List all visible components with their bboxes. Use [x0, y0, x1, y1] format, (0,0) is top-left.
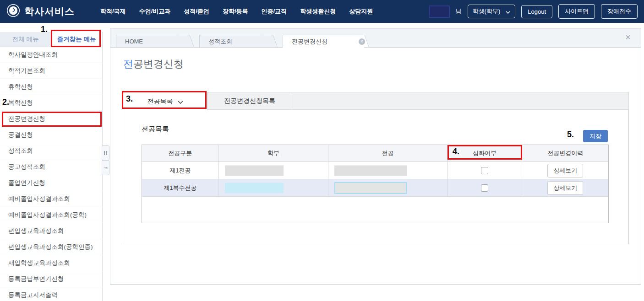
detail-view-button[interactable]: 상세보기	[547, 181, 583, 195]
faculty-value-redacted	[225, 183, 284, 193]
major-value-redacted	[334, 182, 407, 194]
faculty-value-redacted	[225, 165, 284, 176]
content-tabbar: HOME 성적조회 전공변경신청 × ×	[110, 29, 641, 48]
col-header-major: 전공	[328, 145, 447, 162]
top-navbar: 학사서비스 학적/국제 수업/비교과 성적/졸업 장학/등록 인증/교직 학생생…	[0, 0, 644, 23]
page-title-rest: 공변경신청	[133, 58, 184, 70]
cell-major	[328, 162, 447, 179]
cell-faculty	[219, 179, 329, 197]
nav-item-student-life[interactable]: 학생생활신청	[300, 7, 336, 16]
sidebar-item[interactable]: 복학신청	[0, 95, 102, 111]
tab-all-menu[interactable]: 전체 메뉴	[0, 32, 51, 47]
sidebar-item[interactable]: 공고성적조회	[0, 159, 102, 175]
sidebar-item-major-change[interactable]: 전공변경신청	[0, 111, 102, 127]
sidebar-item[interactable]: 예비졸업사정결과조회	[0, 191, 102, 207]
app-title: 학사서비스	[24, 5, 75, 18]
col-header-major-type: 전공구분	[142, 145, 219, 162]
tab-grade-inquiry[interactable]: 성적조회	[199, 35, 273, 48]
col-header-intensive: 심화여부	[448, 145, 523, 162]
collapse-arrow-icon: ⇥	[104, 165, 107, 170]
major-list-panel: 전공목록 저장 전공구분 학부 전공 심화여부 전공변경이력 제1전공 상세보기	[123, 109, 629, 244]
role-select-value: 학생(학부)	[473, 7, 501, 16]
user-suffix: 님	[456, 7, 462, 16]
save-button[interactable]: 저장	[583, 130, 608, 142]
cell-major	[328, 179, 447, 197]
detail-view-button[interactable]: 상세보기	[547, 164, 583, 177]
table-empty-area	[142, 197, 608, 223]
sidebar-item[interactable]: 공결신청	[0, 127, 102, 143]
tab-major-change[interactable]: 전공변경신청 ×	[283, 35, 364, 48]
nav-item-grades-graduation[interactable]: 성적/졸업	[184, 7, 209, 16]
sitemap-button[interactable]: 사이트맵	[558, 4, 595, 19]
cell-intensive	[448, 179, 523, 197]
sidebar-item[interactable]: 등록금고지서출력	[0, 287, 102, 301]
logout-button[interactable]: Logout	[521, 5, 552, 18]
sidebar-item[interactable]: 편입생교육과정조회	[0, 223, 102, 239]
cell-major-type: 제1전공	[142, 162, 219, 179]
sidebar-item[interactable]: 학적기본조회	[0, 63, 102, 79]
tab-major-change-label: 전공변경신청	[292, 38, 327, 45]
cell-faculty	[219, 162, 329, 179]
global-nav: 학적/국제 수업/비교과 성적/졸업 장학/등록 인증/교직 학생생활신청 상담…	[100, 7, 373, 16]
major-value-redacted	[334, 165, 407, 176]
sidebar-resize-handle[interactable]	[102, 145, 109, 161]
table-row: 제1전공 상세보기	[142, 162, 608, 179]
table-header-row: 전공구분 학부 전공 심화여부 전공변경이력	[142, 145, 608, 162]
inner-tabbar: 전공목록 전공변경신청목록	[123, 92, 629, 109]
tab-close-icon[interactable]: ×	[359, 38, 365, 45]
sidebar: 전체 메뉴 즐겨찾는 메뉴 학사일정안내조회 학적기본조회 휴학신청 복학신청 …	[0, 32, 103, 301]
sidebar-collapse-button[interactable]: ⇥	[102, 160, 109, 175]
tab-major-list[interactable]: 전공목록	[123, 92, 207, 110]
topbar-right: 님 학생(학부) Logout 사이트맵 장애접수	[429, 4, 638, 19]
sidebar-item[interactable]: 휴학신청	[0, 79, 102, 95]
main-content: HOME 성적조회 전공변경신청 × × 전공변경신청 전공목록 전공변경신청목…	[110, 28, 641, 285]
sidebar-item[interactable]: 재입학생교육과정조회	[0, 255, 102, 271]
username-redacted	[429, 5, 450, 18]
sidebar-item[interactable]: 학사일정안내조회	[0, 47, 102, 63]
sidebar-item[interactable]: 졸업연기신청	[0, 175, 102, 191]
section-title: 전공목록	[142, 125, 169, 134]
nav-item-counseling[interactable]: 상담지원	[349, 7, 373, 16]
page-title-accent: 전	[123, 58, 133, 70]
app-root: 학사서비스 학적/국제 수업/비교과 성적/졸업 장학/등록 인증/교직 학생생…	[0, 0, 644, 301]
sidebar-menu: 학사일정안내조회 학적기본조회 휴학신청 복학신청 전공변경신청 공결신청 성적…	[0, 47, 102, 301]
chevron-down-icon	[506, 8, 510, 15]
major-table: 전공구분 학부 전공 심화여부 전공변경이력 제1전공 상세보기 제1복수전공	[142, 145, 609, 223]
table-row: 제1복수전공 상세보기	[142, 179, 608, 197]
support-button[interactable]: 장애접수	[601, 4, 638, 19]
col-header-change-history: 전공변경이력	[522, 145, 608, 162]
sidebar-tabs: 전체 메뉴 즐겨찾는 메뉴	[0, 32, 102, 47]
cell-major-type: 제1복수전공	[142, 179, 219, 197]
tab-home[interactable]: HOME	[116, 35, 189, 48]
cell-change-history: 상세보기	[522, 162, 608, 179]
tab-major-change-list[interactable]: 전공변경신청목록	[207, 92, 292, 109]
nav-item-certification[interactable]: 인증/교직	[262, 7, 287, 16]
cell-intensive	[448, 162, 523, 179]
tab-major-list-label: 전공목록	[147, 97, 173, 106]
sidebar-item[interactable]: 성적조회	[0, 143, 102, 159]
nav-item-records-international[interactable]: 학적/국제	[100, 7, 126, 16]
grip-icon	[104, 151, 107, 155]
chevron-down-icon	[178, 98, 183, 105]
sidebar-item[interactable]: 편입생교육과정조회(공학인증)	[0, 239, 102, 255]
intensive-checkbox[interactable]	[481, 184, 488, 192]
col-header-faculty: 학부	[219, 145, 329, 162]
university-logo-icon	[6, 4, 20, 19]
brand[interactable]: 학사서비스	[6, 4, 75, 19]
close-icon[interactable]: ×	[625, 32, 631, 42]
nav-item-courses[interactable]: 수업/비교과	[139, 7, 171, 16]
nav-item-scholarship-registration[interactable]: 장학/등록	[223, 7, 248, 16]
role-select[interactable]: 학생(학부)	[468, 5, 516, 18]
page-title: 전공변경신청	[123, 57, 184, 71]
tab-favorite-menu[interactable]: 즐겨찾는 메뉴	[51, 32, 103, 47]
cell-change-history: 상세보기	[522, 179, 608, 197]
sidebar-collapse-controls: ⇥	[102, 145, 109, 175]
intensive-checkbox[interactable]	[481, 167, 488, 174]
sidebar-item[interactable]: 예비졸업사정결과조회(공학)	[0, 207, 102, 223]
sidebar-item[interactable]: 등록금납부연기신청	[0, 271, 102, 287]
